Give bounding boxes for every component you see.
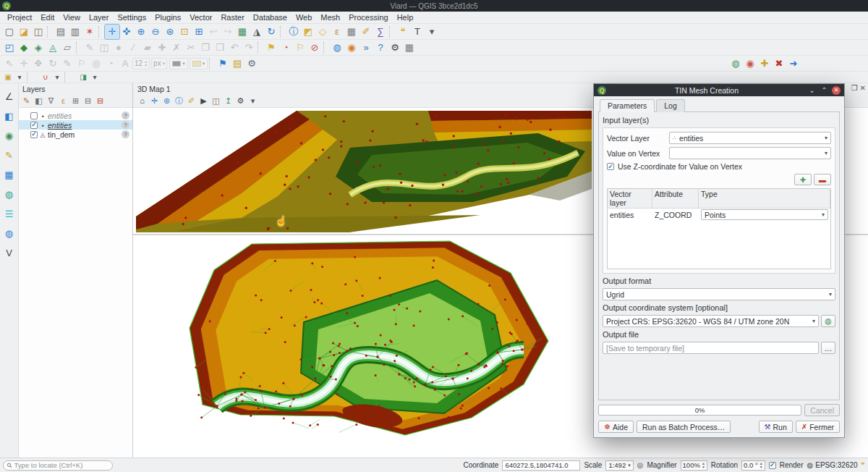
show-bookmarks-icon[interactable]: ▤ [230, 56, 244, 71]
python-console-icon[interactable]: » [359, 41, 373, 55]
add-point-feature-icon[interactable]: ● [111, 41, 126, 55]
save-image-3d-icon[interactable]: ◫ [210, 96, 222, 107]
move-diagram-icon[interactable]: ◔ [103, 56, 118, 71]
measure-icon[interactable]: ✐ [359, 25, 373, 39]
cut-features-icon[interactable]: ✂ [184, 41, 198, 55]
dialog-close-icon[interactable]: ✕ [832, 86, 841, 95]
scale-combo[interactable]: 1:492 ▾ [605, 460, 633, 471]
pan-map-icon[interactable]: ✛ [105, 25, 119, 39]
menu-edit[interactable]: Edit [36, 12, 59, 22]
font-size-spinbox[interactable]: 12 ▲▼ [132, 58, 150, 69]
new-3d-map-view-icon[interactable]: ◮ [250, 25, 264, 39]
coordinate-input[interactable] [505, 461, 577, 469]
layer-item[interactable]: tin_dem ? [19, 130, 132, 139]
undo-icon[interactable]: ↶ [227, 41, 242, 55]
output-format-combo[interactable]: Ugrid ▾ [603, 288, 835, 300]
plugin-remove-icon[interactable]: ✖ [772, 56, 786, 71]
vertex-editor-panel-icon[interactable]: V [2, 245, 17, 260]
refresh-map-icon[interactable]: ↻ [264, 25, 278, 39]
show-hidden-labels-icon[interactable]: ◎ [89, 56, 103, 71]
render-checkbox[interactable] [769, 462, 776, 469]
cancel-button[interactable]: Cancel [804, 404, 840, 416]
menu-database[interactable]: Database [249, 12, 292, 22]
label-properties-icon[interactable]: A [118, 56, 132, 71]
osm-place-icon[interactable]: ◍ [728, 56, 743, 71]
zoom-next-icon[interactable]: ↪ [221, 25, 235, 39]
magnifier-spinbox[interactable]: 100% ▲▼ [681, 460, 707, 471]
crs-status-button[interactable]: ◍ EPSG:32620 [807, 461, 858, 469]
layer-indicator-icon[interactable]: ? [122, 121, 129, 129]
layer-item[interactable]: entities ? [19, 111, 132, 120]
batch-process-button[interactable]: Run as Batch Process… [637, 421, 731, 433]
delete-selected-icon[interactable]: ✗ [169, 41, 184, 55]
menu-project[interactable]: Project [3, 12, 36, 22]
quickmap-icon[interactable]: ◉ [743, 56, 757, 71]
run-button[interactable]: ⚒ Run [759, 421, 793, 433]
filter-by-expression-icon[interactable]: ε [57, 96, 69, 107]
options-grid-icon[interactable]: ▦ [402, 41, 417, 55]
select-crs-button[interactable]: ◍ [821, 315, 835, 327]
zoom-in-icon[interactable]: ⊕ [134, 25, 148, 39]
add-selection-icon[interactable]: ▣ [2, 72, 14, 83]
open-attribute-table-icon[interactable]: ▦ [344, 25, 359, 39]
remove-row-button[interactable]: ▬ [814, 174, 831, 185]
output-file-input[interactable] [603, 342, 819, 354]
dialog-dropdown-icon[interactable]: ⌄ [807, 86, 817, 94]
new-map-view-icon[interactable]: ▦ [235, 25, 250, 39]
layer-styling-panel-icon[interactable]: ✎ [2, 148, 17, 162]
no-labels-icon[interactable]: ⊘ [307, 41, 322, 55]
coordinate-box[interactable] [502, 460, 580, 471]
menu-view[interactable]: View [59, 12, 85, 22]
copy-features-icon[interactable]: ❐ [198, 41, 213, 55]
rotate-label-icon[interactable]: ↻ [46, 56, 60, 71]
help-contents-icon[interactable]: ? [373, 41, 388, 55]
table-row[interactable]: entities Z_COORD Points ▾ [608, 208, 830, 221]
camera-home-icon[interactable]: ⌂ [136, 96, 148, 107]
save-project-icon[interactable]: ◫ [31, 25, 46, 39]
pan-3d-icon[interactable]: ✛ [148, 96, 161, 107]
layer-visibility-checkbox[interactable] [30, 131, 38, 138]
dialog-shade-icon[interactable]: ⌃ [820, 86, 829, 94]
add-polygon-feature-icon[interactable]: ▰ [140, 41, 155, 55]
vertex-tool-icon[interactable]: ✚ [155, 41, 169, 55]
menu-layer[interactable]: Layer [85, 12, 114, 22]
float-panel-icon[interactable]: ❐ [851, 84, 858, 92]
layer-indicator-icon[interactable]: ? [122, 130, 129, 138]
vector-layer-combo[interactable]: ∴ entities ▾ [669, 132, 831, 144]
processing-toolbox-icon[interactable]: ⚙ [388, 41, 402, 55]
expand-all-icon[interactable]: ⊞ [69, 96, 82, 107]
identify-features-icon[interactable]: ⓘ [286, 25, 301, 39]
browser-panel-icon[interactable]: ◧ [2, 109, 17, 123]
select-features-icon[interactable]: ◩ [301, 25, 315, 39]
zoom-to-layer-icon[interactable]: ⊞ [192, 25, 206, 39]
show-layout-manager-icon[interactable]: ▥ [68, 25, 82, 39]
close-panel-icon[interactable]: ✕ [860, 84, 866, 92]
dialog-titlebar[interactable]: Q TIN Mesh Creation ⌄ ⌃ ✕ [594, 84, 844, 96]
new-text-annotation-icon[interactable]: T [410, 25, 425, 39]
layer-labeling-icon[interactable]: ⚑ [264, 41, 278, 55]
layer-indicator-icon[interactable]: ? [122, 111, 129, 119]
menu-vector[interactable]: Vector [185, 12, 216, 22]
paste-features-icon[interactable]: ❒ [213, 41, 227, 55]
open-project-icon[interactable]: ◪ [17, 25, 31, 39]
layer-diagram-icon[interactable]: ◔ [278, 41, 293, 55]
zoom-full-icon[interactable]: ⊛ [163, 25, 177, 39]
buffer-color-button[interactable]: ▾ [190, 58, 208, 69]
pin-unpin-labels-icon[interactable]: ⚐ [75, 56, 89, 71]
snapping-toggle-icon[interactable]: ∪ [40, 72, 51, 83]
filter-legend-icon[interactable]: ∇ [45, 96, 57, 107]
input-layers-table[interactable]: Vector layer Attribute Type entities Z_C… [607, 188, 831, 269]
layer-visibility-checkbox[interactable] [30, 112, 38, 119]
statistical-summary-icon[interactable]: ∑ [373, 25, 388, 39]
browse-file-button[interactable]: … [821, 342, 835, 354]
plugin-arrow-icon[interactable]: ➜ [786, 56, 801, 71]
deselect-features-icon[interactable]: ◇ [315, 25, 330, 39]
menu-processing[interactable]: Processing [344, 12, 392, 22]
use-z-checkbox[interactable] [607, 163, 614, 170]
menu-plugins[interactable]: Plugins [150, 12, 185, 22]
tab-log[interactable]: Log [656, 99, 685, 112]
menu-raster[interactable]: Raster [216, 12, 248, 22]
save-layer-edits-icon[interactable]: ◫ [97, 41, 111, 55]
options-3d-icon[interactable]: ⚙ [234, 96, 247, 107]
new-scratch-layer-icon[interactable]: ▱ [60, 41, 75, 55]
